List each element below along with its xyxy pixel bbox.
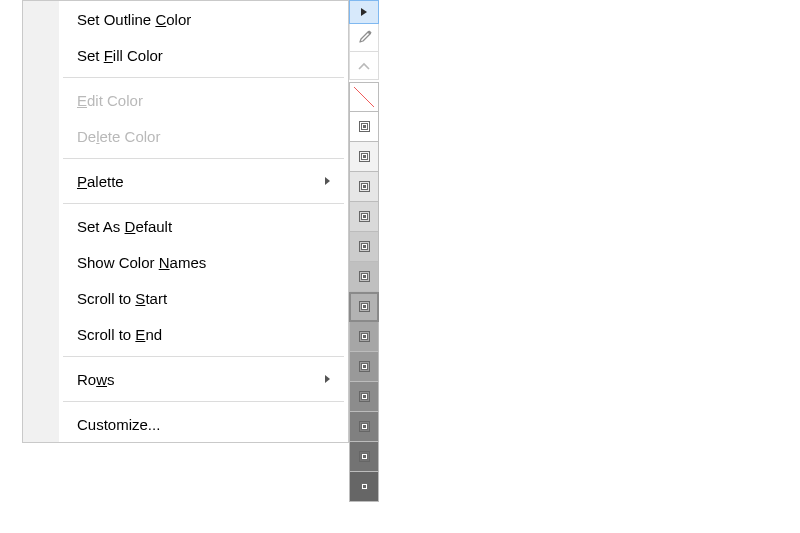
menu-item-label: Set As Default — [59, 218, 324, 235]
menu-item-label: Set Fill Color — [59, 47, 324, 64]
swatch-marker-icon — [361, 423, 368, 430]
menu-item-scroll-to-start[interactable]: Scroll to Start — [23, 280, 348, 316]
swatch-no-color[interactable] — [349, 82, 379, 112]
menu-item-label: Scroll to Start — [59, 290, 324, 307]
menu-gutter — [23, 280, 59, 316]
scroll-up-icon[interactable] — [349, 52, 379, 80]
swatch-marker-icon — [361, 453, 368, 460]
menu-gutter — [23, 82, 59, 118]
menu-gutter — [23, 208, 59, 244]
svg-rect-0 — [367, 30, 371, 34]
swatch-color[interactable] — [349, 412, 379, 442]
swatch-marker-icon — [361, 273, 368, 280]
swatch-color[interactable] — [349, 112, 379, 142]
swatch-marker-icon — [361, 363, 368, 370]
color-palette-docker — [349, 0, 379, 502]
swatch-color[interactable] — [349, 322, 379, 352]
swatch-color[interactable] — [349, 442, 379, 472]
swatch-color[interactable] — [349, 232, 379, 262]
swatch-color[interactable] — [349, 172, 379, 202]
swatch-marker-icon — [361, 123, 368, 130]
menu-item-label: Palette — [59, 173, 324, 190]
swatch-color[interactable] — [349, 292, 379, 322]
menu-separator — [23, 154, 348, 163]
menu-item-label: Delete Color — [59, 128, 324, 145]
menu-item-show-color-names[interactable]: Show Color Names — [23, 244, 348, 280]
swatch-marker-icon — [361, 153, 368, 160]
swatch-marker-icon — [361, 213, 368, 220]
menu-separator — [23, 199, 348, 208]
menu-item-rows[interactable]: Rows — [23, 361, 348, 397]
palette-flyout-arrow[interactable] — [349, 0, 379, 24]
submenu-arrow-icon — [324, 374, 348, 384]
menu-separator — [23, 397, 348, 406]
menu-separator — [23, 352, 348, 361]
swatch-marker-icon — [361, 303, 368, 310]
swatch-color[interactable] — [349, 262, 379, 292]
menu-item-customize[interactable]: Customize... — [23, 406, 348, 442]
menu-gutter — [23, 361, 59, 397]
menu-gutter — [23, 118, 59, 154]
swatch-marker-icon — [361, 183, 368, 190]
swatch-marker-icon — [361, 243, 368, 250]
menu-gutter — [23, 406, 59, 442]
swatch-color[interactable] — [349, 472, 379, 502]
submenu-arrow-icon — [324, 176, 348, 186]
menu-item-edit-color: Edit Color — [23, 82, 348, 118]
menu-item-label: Show Color Names — [59, 254, 324, 271]
menu-gutter — [23, 37, 59, 73]
menu-item-label: Customize... — [59, 416, 324, 433]
menu-gutter — [23, 163, 59, 199]
menu-item-set-outline-color[interactable]: Set Outline Color — [23, 1, 348, 37]
menu-item-label: Edit Color — [59, 92, 324, 109]
swatch-marker-icon — [361, 483, 368, 490]
swatch-marker-icon — [361, 333, 368, 340]
menu-item-label: Set Outline Color — [59, 11, 324, 28]
menu-item-scroll-to-end[interactable]: Scroll to End — [23, 316, 348, 352]
menu-item-set-fill-color[interactable]: Set Fill Color — [23, 37, 348, 73]
menu-gutter — [23, 1, 59, 37]
menu-separator — [23, 73, 348, 82]
menu-item-palette[interactable]: Palette — [23, 163, 348, 199]
menu-item-label: Rows — [59, 371, 324, 388]
swatch-color[interactable] — [349, 382, 379, 412]
swatch-color[interactable] — [349, 142, 379, 172]
swatch-color[interactable] — [349, 352, 379, 382]
menu-item-label: Scroll to End — [59, 326, 324, 343]
swatch-marker-icon — [361, 393, 368, 400]
menu-gutter — [23, 244, 59, 280]
eyedropper-icon[interactable] — [349, 24, 379, 52]
menu-item-delete-color: Delete Color — [23, 118, 348, 154]
palette-context-menu: Set Outline ColorSet Fill ColorEdit Colo… — [22, 0, 349, 443]
menu-gutter — [23, 316, 59, 352]
swatch-color[interactable] — [349, 202, 379, 232]
menu-item-set-as-default[interactable]: Set As Default — [23, 208, 348, 244]
